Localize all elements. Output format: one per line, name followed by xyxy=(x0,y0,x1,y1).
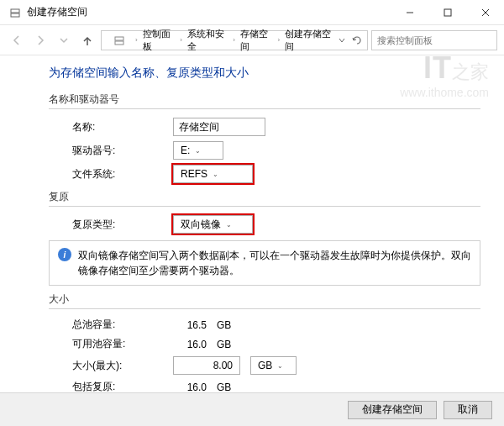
close-button[interactable] xyxy=(466,0,504,25)
chevron-down-icon: ⌄ xyxy=(277,362,283,370)
info-icon: i xyxy=(58,248,71,261)
label-available-capacity: 可用池容量: xyxy=(72,337,173,351)
drive-select-value: E: xyxy=(181,145,190,156)
chevron-right-icon: › xyxy=(132,36,141,44)
breadcrumb-icon xyxy=(113,34,125,47)
chevron-down-icon: ⌄ xyxy=(226,221,232,229)
drive-select[interactable]: E: ⌄ xyxy=(173,141,223,160)
label-name: 名称: xyxy=(72,120,173,134)
breadcrumb-dropdown[interactable] xyxy=(335,32,349,49)
divider xyxy=(49,206,480,207)
label-total-capacity: 总池容量: xyxy=(72,318,173,332)
chevron-right-icon: › xyxy=(274,36,283,44)
chevron-down-icon: ⌄ xyxy=(213,171,218,178)
forward-button[interactable] xyxy=(30,30,50,50)
titlebar-icon xyxy=(8,6,22,19)
bottom-bar: 创建存储空间 取消 xyxy=(0,392,504,426)
total-capacity-value: 16.5 xyxy=(173,319,207,331)
breadcrumb-item[interactable]: 系统和安全 xyxy=(187,28,228,53)
svg-rect-8 xyxy=(115,41,123,45)
breadcrumb[interactable]: › 控制面板 › 系统和安全 › 存储空间 › 创建存储空间 xyxy=(101,30,368,50)
include-recovery-value: 16.0 xyxy=(173,381,207,393)
create-button[interactable]: 创建存储空间 xyxy=(348,401,437,419)
label-size-max: 大小(最大): xyxy=(72,359,173,373)
maximize-button[interactable] xyxy=(428,0,466,25)
titlebar: 创建存储空间 xyxy=(0,0,504,25)
svg-rect-0 xyxy=(11,9,19,13)
minimize-button[interactable] xyxy=(391,0,428,25)
info-recovery: i 双向镜像存储空间写入两个数据副本，可以在一个驱动器发生故障时为你提供保护。双… xyxy=(49,240,480,286)
breadcrumb-item[interactable]: 控制面板 xyxy=(143,28,176,53)
info-recovery-text: 双向镜像存储空间写入两个数据副本，可以在一个驱动器发生故障时为你提供保护。双向镜… xyxy=(78,248,471,278)
label-filesystem: 文件系统: xyxy=(72,167,173,181)
divider xyxy=(49,308,480,309)
page-title: 为存储空间输入名称、复原类型和大小 xyxy=(49,66,480,81)
unit-label: GB xyxy=(217,339,231,350)
size-unit-value: GB xyxy=(258,360,272,371)
size-input[interactable] xyxy=(173,356,240,375)
label-drive: 驱动器号: xyxy=(72,144,173,158)
breadcrumb-item[interactable]: 创建存储空间 xyxy=(285,28,333,53)
chevron-down-icon: ⌄ xyxy=(195,147,201,155)
chevron-right-icon: › xyxy=(176,36,186,44)
svg-rect-7 xyxy=(115,37,123,40)
svg-rect-1 xyxy=(11,13,19,17)
refresh-button[interactable] xyxy=(350,32,364,49)
section-name-drive: 名称和驱动器号 xyxy=(49,92,480,107)
section-size: 大小 xyxy=(49,292,480,307)
unit-label: GB xyxy=(217,319,231,331)
name-input[interactable] xyxy=(173,118,265,136)
breadcrumb-item[interactable]: 存储空间 xyxy=(240,28,273,53)
navbar: › 控制面板 › 系统和安全 › 存储空间 › 创建存储空间 xyxy=(0,25,504,55)
chevron-right-icon: › xyxy=(229,36,239,44)
back-button[interactable] xyxy=(7,30,27,50)
filesystem-select-value: REFS xyxy=(181,168,207,180)
filesystem-select[interactable]: REFS ⌄ xyxy=(173,165,253,183)
cancel-button[interactable]: 取消 xyxy=(444,401,492,419)
section-recovery: 复原 xyxy=(49,190,480,204)
unit-label: GB xyxy=(217,381,231,393)
label-recovery-type: 复原类型: xyxy=(72,218,173,232)
recovery-type-value: 双向镜像 xyxy=(181,218,221,232)
recovery-type-select[interactable]: 双向镜像 ⌄ xyxy=(173,215,253,234)
recent-button[interactable] xyxy=(54,30,74,50)
size-unit-select[interactable]: GB ⌄ xyxy=(250,356,297,375)
search-input[interactable] xyxy=(371,30,497,50)
svg-rect-3 xyxy=(444,9,451,16)
divider xyxy=(49,108,480,109)
window-title: 创建存储空间 xyxy=(27,5,391,19)
up-button[interactable] xyxy=(77,30,97,50)
available-capacity-value: 16.0 xyxy=(173,339,207,350)
